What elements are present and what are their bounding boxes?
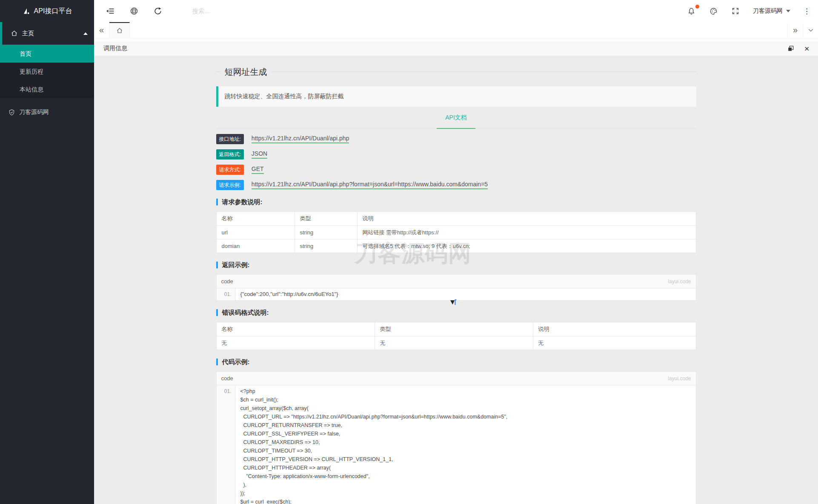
- section-title-params: 请求参数说明:: [216, 199, 696, 205]
- main-content: 刀客源码网 短网址生成 跳转快速稳定、全国连通性高，防屏蔽防拦截 API文档 接…: [94, 56, 818, 504]
- fullscreen-button[interactable]: [731, 6, 740, 16]
- meta-row-method: 请求方式: GET: [216, 165, 696, 175]
- theme-button[interactable]: [709, 6, 718, 16]
- sidebar-item-daoke[interactable]: 刀客源码网: [0, 102, 94, 123]
- fullscreen-icon: [732, 7, 739, 15]
- section-title-example: 代码示例:: [216, 359, 696, 365]
- palette-icon: [709, 7, 718, 15]
- page-title-divider: 短网址生成: [216, 71, 696, 72]
- tab-home[interactable]: [109, 22, 130, 38]
- endpoint-link[interactable]: https://v1.21lhz.cn/API/Duanl/api.php: [252, 135, 349, 143]
- description-quote: 跳转快速稳定、全国连通性高，防屏蔽防拦截: [216, 86, 696, 107]
- meta-row-example: 请求示例: https://v1.21lhz.cn/API/Duanl/api.…: [216, 180, 696, 190]
- gap-strip: [94, 38, 818, 41]
- website-home-button[interactable]: [129, 6, 139, 16]
- column-header: 说明: [357, 212, 696, 226]
- column-header: 说明: [533, 322, 696, 336]
- cell-error-desc: 无: [533, 336, 696, 350]
- format-link[interactable]: JSON: [252, 150, 267, 159]
- meta-row-endpoint: 接口地址: https://v1.21lhz.cn/API/Duanl/api.…: [216, 134, 696, 144]
- collapse-menu-icon: [106, 7, 114, 15]
- tabs-spacer: [130, 22, 787, 38]
- code-brand-label: layui.code: [668, 376, 691, 382]
- response-code: {"code":200,"url":"http://u6v.cn/6uEYo1"…: [240, 288, 691, 300]
- chevron-up-icon: [83, 32, 88, 35]
- notifications-button[interactable]: [686, 6, 696, 16]
- code-body: 01. <?php $ch = curl_init(); curl_setopt…: [217, 385, 696, 504]
- example-code: <?php $ch = curl_init(); curl_setopt_arr…: [240, 387, 691, 504]
- cell-param-name: url: [216, 226, 295, 239]
- sidebar-item-homepage[interactable]: 首页: [0, 45, 94, 63]
- sidebar-submenu: 首页 更新历程 本站信息: [0, 45, 94, 98]
- sidebar-footer-label: 刀客源码网: [19, 108, 49, 116]
- collapse-sidebar-button[interactable]: [106, 6, 115, 16]
- column-header: 名称: [216, 212, 295, 226]
- refresh-icon: [154, 7, 162, 15]
- line-number: 01.: [217, 385, 235, 504]
- more-options-button[interactable]: ⋮: [803, 8, 810, 15]
- active-accent-bar: [0, 22, 2, 45]
- code-header: code layui.code: [217, 275, 696, 288]
- method-link[interactable]: GET: [252, 165, 264, 174]
- cell-error-name: 无: [216, 336, 375, 350]
- format-badge: 返回格式:: [216, 149, 244, 159]
- column-header: 类型: [375, 322, 533, 336]
- shield-check-icon: [8, 109, 15, 116]
- cell-param-name: domian: [216, 239, 295, 253]
- home-tab-icon: [116, 27, 123, 34]
- column-header: 名称: [216, 322, 375, 336]
- response-code-block: code layui.code 01. {"code":200,"url":"h…: [216, 274, 696, 301]
- notification-dot: [695, 5, 699, 9]
- bell-icon: [687, 7, 695, 15]
- endpoint-badge: 接口地址:: [216, 134, 244, 144]
- code-title: code: [221, 278, 233, 285]
- chevron-down-icon: [807, 27, 814, 34]
- globe-icon: [130, 7, 138, 15]
- topbar-right-actions: 刀客源码网 ⋮: [686, 6, 818, 16]
- search-input[interactable]: [192, 8, 303, 14]
- page-tabs-bar: « »: [94, 22, 818, 38]
- close-panel-button[interactable]: ✕: [804, 46, 809, 52]
- app-logo: API接口平台: [0, 0, 94, 22]
- home-icon: [11, 30, 18, 37]
- code-brand-label: layui.code: [668, 279, 691, 285]
- sidebar: API接口平台 主页 首页 更新历程 本站信息 刀客源码网: [0, 0, 94, 504]
- page-title: 短网址生成: [220, 66, 272, 78]
- doc-tab-header: API文档: [216, 107, 696, 129]
- code-header: code layui.code: [217, 372, 696, 385]
- topbar-left-actions: [94, 6, 303, 16]
- code-body: 01. {"code":200,"url":"http://u6v.cn/6uE…: [217, 288, 696, 300]
- table-header-row: 名称 类型 说明: [216, 212, 696, 226]
- example-badge: 请求示例:: [216, 180, 244, 190]
- user-menu[interactable]: 刀客源码网: [753, 7, 790, 15]
- table-row: domian string 可选择域名5 代表：mtw.so; 9 代表：u6v…: [216, 239, 696, 253]
- line-number: 01.: [217, 288, 235, 300]
- code-title: code: [221, 375, 233, 382]
- tab-api-doc[interactable]: API文档: [437, 107, 475, 128]
- cell-param-type: string: [295, 239, 357, 253]
- maximize-panel-button[interactable]: [786, 44, 795, 53]
- meta-row-format: 返回格式: JSON: [216, 149, 696, 159]
- scroll-tabs-left-button[interactable]: «: [94, 22, 109, 38]
- top-header: 刀客源码网 ⋮: [94, 0, 818, 22]
- refresh-button[interactable]: [153, 6, 163, 16]
- cell-param-type: string: [295, 226, 357, 239]
- scroll-tabs-right-button[interactable]: »: [787, 22, 803, 38]
- cell-param-desc: 可选择域名5 代表：mtw.so; 9 代表：u6v.cn;: [357, 239, 696, 253]
- logo-icon: [22, 7, 30, 15]
- doc-container: 短网址生成 跳转快速稳定、全国连通性高，防屏蔽防拦截 API文档 接口地址: h…: [216, 71, 696, 504]
- method-badge: 请求方式:: [216, 165, 244, 175]
- column-header: 类型: [295, 212, 357, 226]
- section-title-errors: 错误码格式说明:: [216, 309, 696, 316]
- sidebar-item-siteinfo[interactable]: 本站信息: [0, 80, 94, 98]
- sidebar-group-home[interactable]: 主页: [0, 22, 94, 45]
- panel-title-bar: 调用信息 ✕: [94, 41, 818, 56]
- panel-title: 调用信息: [94, 45, 127, 52]
- example-code-block: code layui.code 01. <?php $ch = curl_ini…: [216, 371, 696, 504]
- tabs-menu-button[interactable]: [803, 22, 818, 38]
- sidebar-group-label: 主页: [22, 30, 34, 37]
- table-row: url string 网站链接 需带http://或者https://: [216, 226, 696, 239]
- sidebar-item-changelog[interactable]: 更新历程: [0, 63, 94, 80]
- example-link[interactable]: https://v1.21lhz.cn/API/Duanl/api.php?fo…: [252, 181, 488, 189]
- errors-table: 名称 类型 说明 无 无 无: [216, 322, 696, 350]
